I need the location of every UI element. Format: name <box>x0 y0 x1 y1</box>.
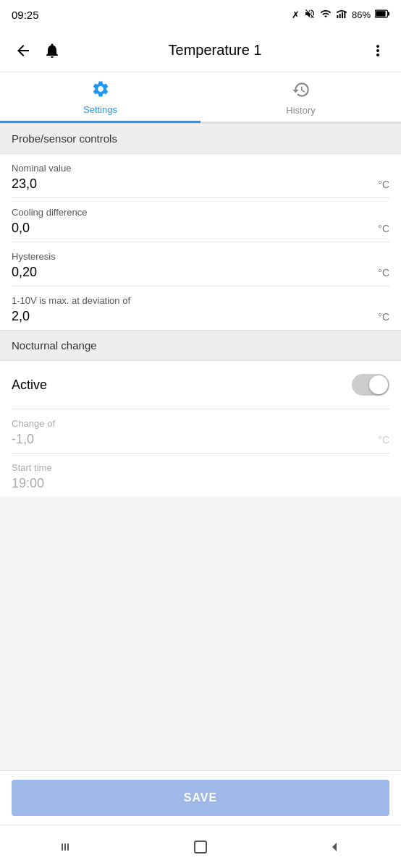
save-btn-container: SAVE <box>0 770 401 825</box>
tab-history[interactable]: History <box>200 72 401 122</box>
tab-settings-label: Settings <box>83 104 117 115</box>
hysteresis-unit: °C <box>378 267 389 278</box>
page-title: Temperature 1 <box>67 42 363 59</box>
bluetooth-icon: ✗ <box>292 9 300 20</box>
spacer <box>0 497 401 511</box>
cooling-difference-label: Cooling difference <box>12 207 389 218</box>
probe-sensor-header: Probe/sensor controls <box>0 123 401 154</box>
nav-bar <box>0 825 401 868</box>
nominal-value-unit: °C <box>378 179 389 190</box>
nominal-value-label: Nominal value <box>12 163 389 174</box>
gear-icon <box>91 80 110 103</box>
toggle-knob <box>369 375 388 394</box>
1-10v-field[interactable]: 1-10V is max. at deviation of 2,0 °C <box>12 286 389 330</box>
nominal-value-row: 23,0 °C <box>12 176 389 192</box>
start-time-field: Start time 19:00 <box>12 454 389 497</box>
change-of-row: -1,0 °C <box>12 432 389 447</box>
active-field: Active <box>12 361 389 409</box>
change-of-label: Change of <box>12 418 389 429</box>
hysteresis-value: 0,20 <box>12 265 37 280</box>
save-button[interactable]: SAVE <box>12 780 389 816</box>
1-10v-unit: °C <box>378 311 389 323</box>
status-bar: 09:25 ✗ 86% <box>0 0 401 29</box>
change-of-unit: °C <box>378 434 389 446</box>
cooling-difference-row: 0,0 °C <box>12 221 389 236</box>
wifi-icon <box>320 8 332 22</box>
cooling-difference-field[interactable]: Cooling difference 0,0 °C <box>12 198 389 242</box>
svg-rect-1 <box>339 14 341 18</box>
nav-menu-button[interactable] <box>45 833 88 861</box>
active-toggle[interactable] <box>352 374 389 396</box>
mute-icon <box>304 8 316 22</box>
history-icon <box>292 80 311 103</box>
svg-rect-2 <box>342 12 343 18</box>
status-time: 09:25 <box>12 9 39 21</box>
probe-sensor-fields: Nominal value 23,0 °C Cooling difference… <box>0 154 401 330</box>
svg-rect-8 <box>64 843 66 851</box>
more-options-button[interactable] <box>363 36 392 65</box>
change-of-value: -1,0 <box>12 432 34 447</box>
svg-rect-3 <box>344 11 345 18</box>
nav-home-button[interactable] <box>179 833 222 861</box>
change-of-field: Change of -1,0 °C <box>12 409 389 454</box>
notification-button[interactable] <box>38 36 67 65</box>
svg-rect-9 <box>67 843 69 851</box>
svg-rect-10 <box>195 841 206 853</box>
battery-icon <box>375 9 389 20</box>
active-label: Active <box>12 378 47 393</box>
tab-settings[interactable]: Settings <box>0 72 200 123</box>
svg-rect-7 <box>62 843 63 851</box>
status-icons: ✗ 86% <box>292 8 389 22</box>
1-10v-value: 2,0 <box>12 309 30 324</box>
nav-back-button[interactable] <box>313 833 356 861</box>
cooling-difference-unit: °C <box>378 223 389 234</box>
svg-rect-0 <box>337 15 338 18</box>
hysteresis-row: 0,20 °C <box>12 265 389 280</box>
nocturnal-fields: Change of -1,0 °C Start time 19:00 <box>0 409 401 497</box>
app-bar: Temperature 1 <box>0 29 401 72</box>
active-row: Active <box>0 361 401 409</box>
svg-rect-5 <box>388 12 390 15</box>
cooling-difference-value: 0,0 <box>12 221 30 236</box>
main-content: Probe/sensor controls Nominal value 23,0… <box>0 123 401 770</box>
svg-rect-6 <box>376 11 385 17</box>
1-10v-label: 1-10V is max. at deviation of <box>12 295 389 306</box>
start-time-row: 19:00 <box>12 476 389 491</box>
start-time-label: Start time <box>12 462 389 473</box>
1-10v-row: 2,0 °C <box>12 309 389 324</box>
nocturnal-change-header: Nocturnal change <box>0 330 401 361</box>
battery-text: 86% <box>352 9 371 20</box>
hysteresis-field[interactable]: Hysteresis 0,20 °C <box>12 242 389 286</box>
nominal-value-field[interactable]: Nominal value 23,0 °C <box>12 154 389 198</box>
back-button[interactable] <box>9 36 38 65</box>
hysteresis-label: Hysteresis <box>12 251 389 262</box>
signal-icon <box>336 8 347 22</box>
start-time-value: 19:00 <box>12 476 44 491</box>
nominal-value-value: 23,0 <box>12 176 37 192</box>
tab-history-label: History <box>286 105 315 116</box>
tabs: Settings History <box>0 72 401 123</box>
